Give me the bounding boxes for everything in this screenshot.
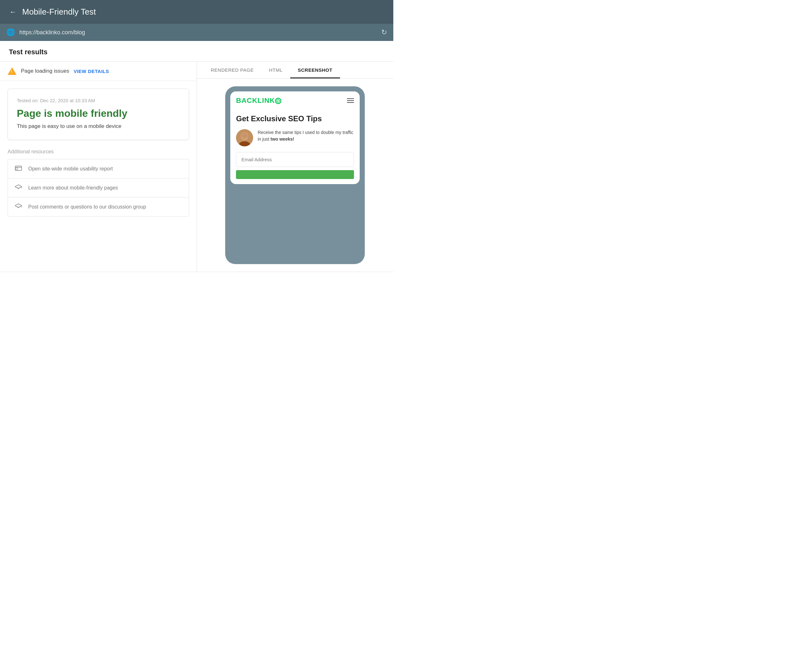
issues-text: Page loading issues <box>21 68 69 74</box>
resource-item-1[interactable]: Open site-wide mobile usability report <box>8 159 189 178</box>
resource-item-2-text: Learn more about mobile-friendly pages <box>28 185 118 191</box>
tab-bar: Rendered page HTML SCREENSHOT <box>197 61 394 79</box>
phone-headline: Get Exclusive SEO Tips <box>236 114 354 124</box>
phone-header: BACKLINKO <box>230 92 360 109</box>
mobile-friendly-description: This page is easy to use on a mobile dev… <box>17 123 180 130</box>
tab-rendered-page[interactable]: Rendered page <box>203 61 261 78</box>
globe-icon: 🌐 <box>6 28 15 37</box>
tab-screenshot[interactable]: SCREENSHOT <box>290 61 340 78</box>
resource-item-2[interactable]: Learn more about mobile-friendly pages <box>8 178 189 197</box>
page-title: Mobile-Friendly Test <box>22 7 96 17</box>
app-header: ← Mobile-Friendly Test <box>0 0 393 24</box>
svg-point-11 <box>240 135 242 138</box>
left-content: Tested on: Dec 22, 2020 at 10:33 AM Page… <box>0 81 197 224</box>
author-avatar-inner <box>236 129 253 146</box>
hamburger-menu[interactable] <box>347 98 354 103</box>
resource-item-3[interactable]: Post comments or questions to our discus… <box>8 197 189 216</box>
tested-on-text: Tested on: Dec 22, 2020 at 10:33 AM <box>17 98 180 103</box>
email-input[interactable] <box>236 152 354 167</box>
author-avatar <box>236 129 253 146</box>
browser-icon <box>14 165 23 172</box>
backlinko-logo: BACKLINKO <box>236 96 281 105</box>
svg-rect-2 <box>16 168 18 170</box>
two-column-layout: Page loading issues VIEW DETAILS Tested … <box>0 61 393 272</box>
resource-item-1-text: Open site-wide mobile usability report <box>28 166 113 172</box>
view-details-link[interactable]: VIEW DETAILS <box>73 69 109 74</box>
tab-html[interactable]: HTML <box>261 61 290 78</box>
svg-point-9 <box>242 132 247 139</box>
cta-button[interactable] <box>236 170 354 179</box>
phone-container: BACKLINKO Get Exclusive SEO Tips <box>197 79 394 272</box>
graduation-icon-1 <box>14 184 23 191</box>
refresh-icon[interactable]: ↻ <box>381 28 387 37</box>
graduation-icon-2 <box>14 203 23 210</box>
result-card: Tested on: Dec 22, 2020 at 10:33 AM Page… <box>8 89 189 140</box>
url-input[interactable] <box>19 29 377 36</box>
warning-icon <box>8 67 17 75</box>
author-row: Receive the same tips I used to double m… <box>236 129 354 146</box>
phone-mockup: BACKLINKO Get Exclusive SEO Tips <box>225 86 365 264</box>
resources-list: Open site-wide mobile usability report L… <box>8 159 189 216</box>
url-bar: 🌐 ↻ <box>0 24 393 41</box>
phone-screen: BACKLINKO Get Exclusive SEO Tips <box>230 92 360 184</box>
mobile-friendly-title: Page is mobile friendly <box>17 108 180 119</box>
right-panel: Rendered page HTML SCREENSHOT BACKLINKO <box>197 61 394 272</box>
back-button[interactable]: ← <box>9 8 17 16</box>
issues-bar: Page loading issues VIEW DETAILS <box>0 61 197 81</box>
results-heading: Test results <box>0 41 393 61</box>
author-description: Receive the same tips I used to double m… <box>258 129 354 142</box>
svg-point-12 <box>247 135 249 138</box>
additional-resources-section: Additional resources Open site-wide mobi… <box>8 149 189 216</box>
resource-item-3-text: Post comments or questions to our discus… <box>28 204 146 210</box>
left-panel: Page loading issues VIEW DETAILS Tested … <box>0 61 197 272</box>
phone-content: Get Exclusive SEO Tips <box>230 109 360 184</box>
additional-resources-title: Additional resources <box>8 149 189 155</box>
